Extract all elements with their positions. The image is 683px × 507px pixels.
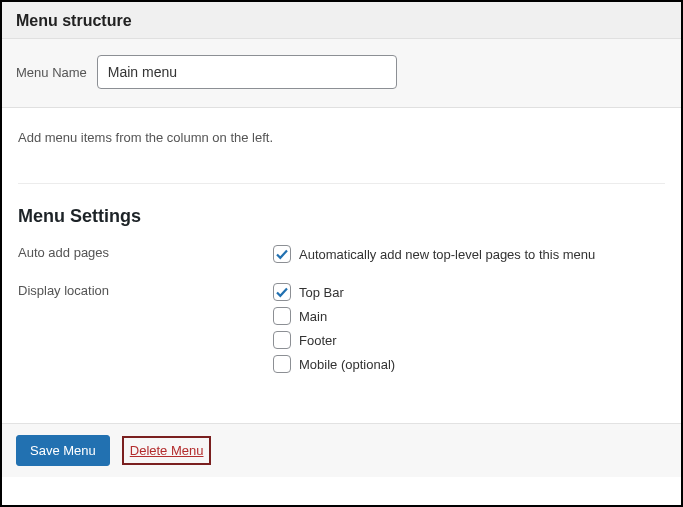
check-icon: [274, 246, 290, 262]
panel-body: Add menu items from the column on the le…: [2, 108, 681, 423]
menu-name-label: Menu Name: [16, 65, 87, 80]
location-option-main[interactable]: Main: [273, 307, 665, 325]
location-checkbox-footer[interactable]: [273, 331, 291, 349]
display-location-label: Display location: [18, 283, 273, 298]
auto-add-checkbox[interactable]: [273, 245, 291, 263]
location-checkbox-top-bar[interactable]: [273, 283, 291, 301]
location-checkbox-main[interactable]: [273, 307, 291, 325]
location-checkbox-mobile[interactable]: [273, 355, 291, 373]
auto-add-row: Auto add pages Automatically add new top…: [18, 245, 665, 269]
location-option-label: Footer: [299, 333, 337, 348]
auto-add-option-label: Automatically add new top-level pages to…: [299, 247, 595, 262]
panel-title: Menu structure: [16, 12, 667, 30]
menu-name-section: Menu Name: [2, 39, 681, 108]
delete-menu-highlight: Delete Menu: [122, 436, 212, 465]
location-option-top-bar[interactable]: Top Bar: [273, 283, 665, 301]
display-location-row: Display location Top Bar Main Footer: [18, 283, 665, 379]
save-menu-button[interactable]: Save Menu: [16, 435, 110, 466]
menu-settings-title: Menu Settings: [18, 206, 665, 227]
panel-footer: Save Menu Delete Menu: [2, 423, 681, 477]
menu-name-input[interactable]: [97, 55, 397, 89]
location-option-label: Main: [299, 309, 327, 324]
location-option-label: Top Bar: [299, 285, 344, 300]
auto-add-option[interactable]: Automatically add new top-level pages to…: [273, 245, 665, 263]
location-option-mobile[interactable]: Mobile (optional): [273, 355, 665, 373]
divider: [18, 183, 665, 184]
delete-menu-link[interactable]: Delete Menu: [130, 443, 204, 458]
instruction-text: Add menu items from the column on the le…: [18, 130, 665, 145]
check-icon: [274, 284, 290, 300]
location-option-footer[interactable]: Footer: [273, 331, 665, 349]
auto-add-label: Auto add pages: [18, 245, 273, 260]
location-option-label: Mobile (optional): [299, 357, 395, 372]
panel-header: Menu structure: [2, 2, 681, 39]
